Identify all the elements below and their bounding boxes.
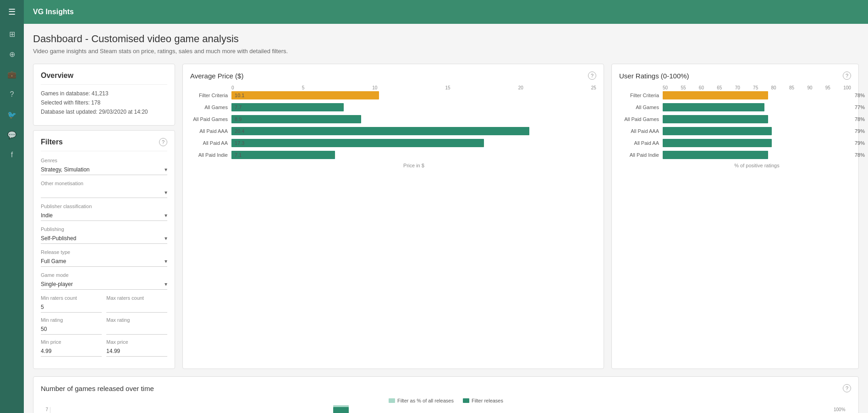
publisher-filter: Publisher classification Indie	[41, 204, 167, 221]
max-price-input[interactable]	[106, 346, 167, 357]
monetisation-select[interactable]	[41, 187, 167, 198]
avg-price-card: Average Price ($) ? 0510152025 Filter Cr…	[182, 64, 604, 369]
sidebar-icon-facebook[interactable]: f	[0, 145, 24, 165]
time-chart-card: Number of games released over time ? Fil…	[33, 376, 859, 413]
time-chart-help-icon[interactable]: ?	[843, 384, 851, 392]
max-price-group: Max price	[106, 339, 167, 357]
max-raters-group: Max raters count	[106, 295, 167, 313]
min-price-group: Min price	[41, 339, 102, 357]
filters-help-icon[interactable]: ?	[159, 138, 167, 146]
sidebar-toggle[interactable]: ☰	[0, 0, 24, 24]
release-type-label: Release type	[41, 249, 167, 255]
game-mode-filter: Game mode Single-player	[41, 272, 167, 290]
min-rating-label: Min rating	[41, 317, 102, 323]
max-raters-input[interactable]	[106, 302, 167, 313]
min-price-label: Min price	[41, 339, 102, 345]
user-ratings-card: User Ratings (0-100%) ? 5055606570758085…	[611, 64, 859, 369]
legend-filter-releases: Filter releases	[463, 398, 503, 403]
game-mode-label: Game mode	[41, 272, 167, 278]
games-in-db: Games in database: 41,213	[41, 90, 167, 97]
genres-filter: Genres Strategy, Simulation	[41, 158, 167, 175]
genres-select[interactable]: Strategy, Simulation	[41, 165, 167, 175]
sidebar: ☰ ⊞ ⊕ 💼 ? 🐦 💬 f	[0, 0, 24, 413]
rating-row: Min rating Max rating	[41, 317, 167, 335]
legend-filter-pct-icon	[389, 398, 395, 403]
page-title: Dashboard - Customised video game analys…	[33, 33, 859, 45]
page-subtitle: Video game insights and Steam stats on p…	[33, 48, 859, 55]
legend-filter-releases-icon	[463, 398, 469, 403]
min-rating-input[interactable]	[41, 324, 102, 335]
sidebar-icon-twitter[interactable]: 🐦	[0, 105, 24, 125]
user-ratings-help-icon[interactable]: ?	[843, 72, 851, 80]
monetisation-filter: Other monetisation	[41, 181, 167, 198]
sidebar-icon-dashboard[interactable]: ⊞	[0, 24, 24, 44]
user-ratings-header: User Ratings (0-100%) ?	[619, 72, 851, 80]
genres-label: Genres	[41, 158, 167, 163]
monetisation-label: Other monetisation	[41, 181, 167, 186]
raters-count-row: Min raters count Max raters count	[41, 295, 167, 313]
filters-card: Filters ? Genres Strategy, Simulation Ot…	[33, 130, 175, 369]
user-ratings-title: User Ratings (0-100%)	[619, 72, 689, 80]
publishing-label: Publishing	[41, 226, 167, 232]
avg-price-help-icon[interactable]: ?	[588, 72, 596, 80]
price-row: Min price Max price	[41, 339, 167, 357]
overview-card: Overview Games in database: 41,213 Selec…	[33, 64, 175, 126]
max-rating-input[interactable]	[106, 324, 167, 335]
sidebar-icon-briefcase[interactable]: 💼	[0, 64, 24, 84]
min-rating-group: Min rating	[41, 317, 102, 335]
filters-title: Filters	[41, 138, 63, 146]
max-rating-label: Max rating	[106, 317, 167, 323]
time-chart-header: Number of games released over time ?	[41, 384, 851, 392]
user-ratings-chart: 50556065707580859095100 Filter Criteria …	[619, 85, 851, 168]
min-price-input[interactable]	[41, 346, 102, 357]
overview-title: Overview	[41, 72, 167, 85]
filters-header: Filters ?	[41, 138, 167, 151]
publisher-select[interactable]: Indie	[41, 210, 167, 221]
last-updated: Database last updated: 29/03/2020 at 14:…	[41, 109, 167, 115]
min-raters-input[interactable]	[41, 302, 102, 313]
topbar: VG Insights	[24, 0, 868, 24]
max-rating-group: Max rating	[106, 317, 167, 335]
selected-filters: Selected with filters: 178	[41, 99, 167, 106]
sidebar-icon-discord[interactable]: 💬	[0, 125, 24, 145]
legend-filter-pct-label: Filter as % of all releases	[397, 398, 454, 403]
sidebar-icon-plus[interactable]: ⊕	[0, 44, 24, 64]
release-type-select[interactable]: Full Game	[41, 256, 167, 267]
app-title: VG Insights	[33, 8, 74, 16]
time-chart-container: 76543210	[41, 407, 851, 413]
release-type-filter: Release type Full Game	[41, 249, 167, 267]
time-chart-legend: Filter as % of all releases Filter relea…	[41, 398, 851, 403]
publishing-filter: Publishing Self-Published	[41, 226, 167, 244]
min-raters-label: Min raters count	[41, 295, 102, 301]
avg-price-chart: 0510152025 Filter Criteria 10.1 All Game…	[190, 85, 596, 168]
avg-price-title: Average Price ($)	[190, 72, 243, 80]
publisher-label: Publisher classification	[41, 204, 167, 209]
time-chart-title: Number of games released over time	[41, 385, 154, 392]
legend-filter-pct: Filter as % of all releases	[389, 398, 454, 403]
publishing-select[interactable]: Self-Published	[41, 233, 167, 244]
max-price-label: Max price	[106, 339, 167, 345]
game-mode-select[interactable]: Single-player	[41, 279, 167, 290]
legend-filter-releases-label: Filter releases	[472, 398, 503, 403]
avg-price-header: Average Price ($) ?	[190, 72, 596, 80]
content-area: Dashboard - Customised video game analys…	[24, 24, 868, 413]
sidebar-icon-help[interactable]: ?	[0, 84, 24, 105]
main-content: VG Insights Dashboard - Customised video…	[24, 0, 868, 413]
min-raters-group: Min raters count	[41, 295, 102, 313]
max-raters-label: Max raters count	[106, 295, 167, 301]
